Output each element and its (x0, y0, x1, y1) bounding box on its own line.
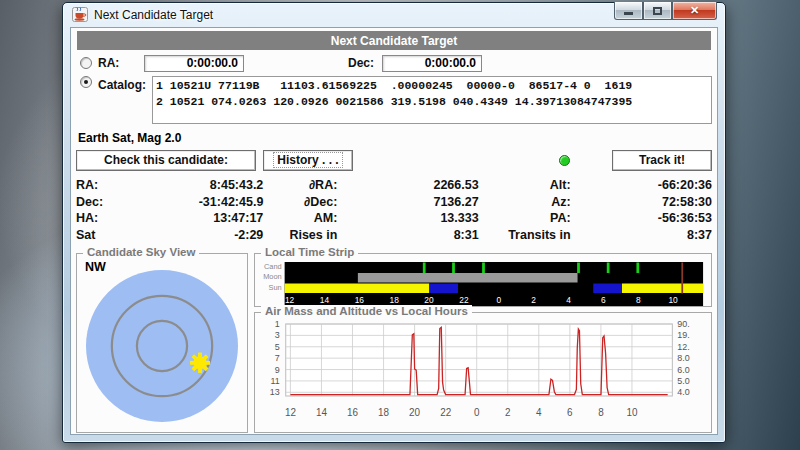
tle-textarea[interactable]: 1 10521U 77119B 11103.61569225 .00000245… (152, 76, 712, 124)
close-icon: ✕ (690, 4, 699, 17)
svg-text:90.: 90. (677, 320, 689, 329)
airmass-chart-title: Air Mass and Altitude vs Local Hours (261, 305, 472, 317)
svg-text:8: 8 (598, 407, 604, 418)
svg-text:20: 20 (409, 407, 420, 418)
stats-grid: RA: 8:45:43.2 ∂RA: 2266.53 Alt: -66:20:3… (76, 178, 712, 244)
stat-label: RA: (76, 178, 122, 195)
svg-text:18: 18 (390, 295, 400, 305)
time-strip-title: Local Time Strip (261, 246, 358, 258)
sky-view-title: Candidate Sky View (83, 246, 199, 258)
stat-value: -56:36:53 (571, 211, 712, 228)
catalog-row: Catalog: 1 10521U 77119B 11103.61569225 … (76, 76, 712, 124)
svg-text:6: 6 (567, 407, 573, 418)
airmass-chart-panel: Air Mass and Altitude vs Local Hours 190… (254, 312, 712, 433)
minimize-icon (624, 12, 633, 15)
maximize-button[interactable] (643, 2, 672, 20)
svg-text:12: 12 (285, 295, 295, 305)
status-indicator (559, 155, 570, 166)
svg-text:8.0: 8.0 (677, 353, 689, 363)
svg-text:14: 14 (316, 407, 327, 418)
svg-text:0: 0 (474, 407, 480, 418)
local-time-strip-panel: Local Time Strip CandMoonSun121416182022… (254, 253, 712, 307)
java-app-icon (72, 7, 88, 22)
stat-value: 7136.27 (337, 195, 478, 212)
stat-label: AM: (263, 211, 337, 228)
stat-value: 8:45:43.2 (122, 178, 263, 195)
stat-label: Rises in (263, 228, 337, 245)
ra-dec-radio[interactable] (80, 57, 92, 69)
airmass-plot: 190.319.512.78.096.0115.0134.01214161820… (256, 320, 710, 428)
svg-text:Sun: Sun (269, 283, 282, 292)
svg-text:1: 1 (275, 320, 280, 329)
stat-label: ∂Dec: (263, 195, 337, 212)
svg-text:3: 3 (275, 330, 280, 340)
svg-text:4.0: 4.0 (677, 387, 689, 397)
svg-text:16: 16 (355, 295, 365, 305)
svg-text:14: 14 (320, 295, 330, 305)
stat-label: Dec: (76, 195, 122, 212)
svg-text:2: 2 (531, 295, 536, 305)
sky-view-plot (77, 254, 247, 432)
app-window: Next Candidate Target ✕ Next Candidate T… (62, 2, 726, 443)
svg-text:20: 20 (424, 295, 434, 305)
stat-value: -66:20:36 (571, 178, 712, 195)
svg-text:22: 22 (459, 295, 469, 305)
catalog-radio[interactable] (80, 76, 92, 88)
track-it-button[interactable]: Track it! (612, 150, 712, 171)
svg-text:22: 22 (440, 407, 451, 418)
stat-value: 2266.53 (337, 178, 478, 195)
sun-icon (190, 353, 210, 373)
svg-text:5: 5 (275, 342, 280, 352)
svg-text:5.0: 5.0 (677, 376, 689, 386)
stat-label: Az: (479, 195, 571, 212)
window-title: Next Candidate Target (94, 8, 213, 22)
stat-label: PA: (479, 211, 571, 228)
check-candidate-button[interactable]: Check this candidate: (76, 150, 256, 171)
close-window-button[interactable]: ✕ (672, 2, 717, 20)
svg-text:12: 12 (285, 407, 296, 418)
dialog-header: Next Candidate Target (77, 31, 711, 50)
stat-value: 8:37 (571, 228, 712, 245)
history-button[interactable]: History . . . (263, 150, 353, 171)
svg-text:7: 7 (275, 353, 280, 363)
svg-text:13: 13 (270, 387, 280, 397)
stat-value: -31:42:45.9 (122, 195, 263, 212)
candidate-sky-view-panel: Candidate Sky View NW (76, 253, 248, 433)
stat-value: -2:29 (122, 228, 263, 245)
svg-text:4: 4 (536, 407, 542, 418)
stat-value: 13:47:17 (122, 211, 263, 228)
dec-input[interactable]: 0:00:00.0 (382, 55, 482, 72)
sky-view-corner-label: NW (85, 260, 106, 274)
stat-value: 13.333 (337, 211, 478, 228)
stat-value: 72:58:30 (571, 195, 712, 212)
svg-text:6.0: 6.0 (677, 364, 689, 374)
ra-input[interactable]: 0:00:00.0 (144, 55, 244, 72)
svg-text:Cand: Cand (264, 262, 282, 271)
stat-label: Sat (76, 228, 122, 245)
candidate-summary: Earth Sat, Mag 2.0 (78, 131, 712, 145)
maximize-icon (653, 7, 662, 15)
window-titlebar[interactable]: Next Candidate Target ✕ (63, 3, 725, 26)
svg-text:16: 16 (347, 407, 358, 418)
stat-label: Alt: (479, 178, 571, 195)
tle-line-2: 2 10521 074.0263 120.0926 0021586 319.51… (156, 94, 708, 110)
stat-label: HA: (76, 211, 122, 228)
svg-text:11: 11 (271, 376, 280, 386)
svg-text:2: 2 (505, 407, 511, 418)
desktop-background: Next Candidate Target ✕ Next Candidate T… (0, 0, 800, 450)
catalog-label: Catalog: (98, 76, 152, 92)
action-button-row: Check this candidate: History . . . Trac… (76, 149, 712, 171)
time-strip-plot: CandMoonSun1214161820220246810 (257, 262, 709, 306)
right-column: Local Time Strip CandMoonSun121416182022… (254, 253, 712, 433)
history-button-label: History . . . (273, 152, 342, 168)
svg-text:0: 0 (496, 295, 501, 305)
svg-text:10: 10 (626, 407, 637, 418)
svg-text:8: 8 (636, 295, 641, 305)
stat-label: ∂RA: (263, 178, 337, 195)
svg-text:12.: 12. (677, 342, 689, 352)
svg-text:9: 9 (275, 364, 280, 374)
minimize-button[interactable] (614, 2, 643, 20)
svg-text:18: 18 (378, 407, 389, 418)
ra-label: RA: (98, 56, 144, 70)
bottom-panels: Candidate Sky View NW Local Time Strip C… (76, 253, 712, 433)
